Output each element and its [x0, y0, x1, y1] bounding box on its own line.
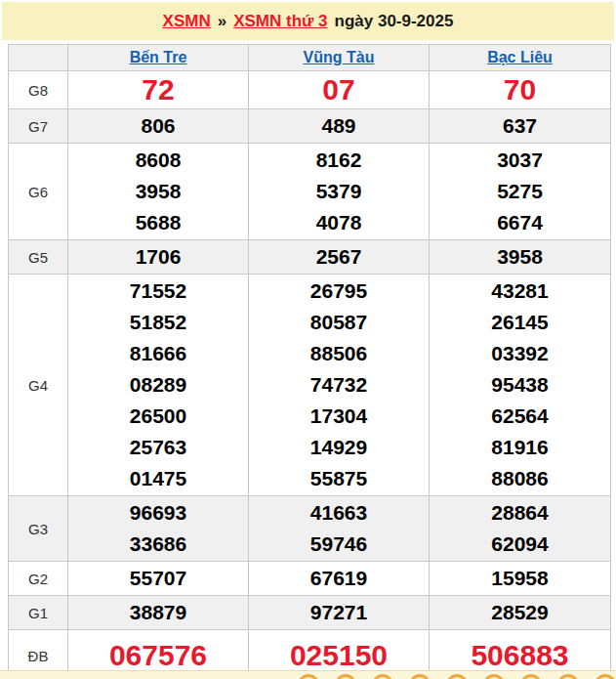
column-header-bac-lieu: Bạc Liêu	[430, 45, 611, 71]
result-number: 3037	[430, 145, 610, 176]
prize-row-G1: G1388799727128529	[9, 596, 611, 630]
result-number: 6674	[430, 207, 610, 238]
prize-label: G1	[9, 596, 68, 630]
result-number: 26145	[430, 307, 610, 338]
result-number: 80587	[249, 307, 429, 338]
prize-label: G2	[9, 562, 68, 596]
prize-label: G5	[9, 240, 68, 275]
result-number: 95438	[430, 369, 610, 401]
result-cell: 26795805878850674732173041492955875	[249, 275, 430, 496]
prize-row-G4: G471552518528166608289265002576301475267…	[9, 275, 611, 496]
prize-row-G7: G7806489637	[9, 109, 611, 144]
result-cell: 28529	[430, 596, 611, 630]
bottom-strip	[0, 670, 616, 679]
prize-row-G2: G2557076761915958	[9, 562, 611, 596]
column-header-ben-tre: Bến Tre	[68, 45, 249, 71]
result-cell: 38879	[68, 596, 249, 630]
result-number: 01475	[68, 463, 248, 494]
result-cell: 303752756674	[430, 144, 611, 240]
result-cell: 55707	[68, 562, 249, 596]
result-number: 81916	[430, 432, 610, 463]
result-cell: 806	[68, 109, 249, 144]
result-cell: 2567	[249, 240, 430, 275]
result-cell: 2886462094	[430, 496, 611, 562]
lottery-ball-icon	[595, 674, 616, 679]
xsmn-link[interactable]: XSMN	[163, 12, 211, 31]
prize-label: G8	[9, 71, 68, 109]
date-text: ngày 30-9-2025	[335, 12, 454, 31]
lottery-ball-icon	[557, 674, 579, 679]
xsmn-weekday-link[interactable]: XSMN thứ 3	[233, 12, 327, 31]
result-number: 15958	[430, 563, 610, 594]
result-number: 72	[68, 72, 248, 107]
result-number: 5379	[249, 176, 429, 207]
result-number: 71552	[68, 276, 248, 307]
results-table: Bến Tre Vũng Tàu Bạc Liêu G8720770G78064…	[8, 44, 611, 679]
corner-cell	[9, 45, 68, 71]
result-cell: 860839585688	[68, 144, 249, 240]
result-number: 70	[430, 72, 610, 107]
lottery-ball-icon	[520, 674, 542, 679]
result-cell: 637	[430, 109, 611, 144]
province-link-vung-tau[interactable]: Vũng Tàu	[304, 49, 375, 65]
result-number: 08289	[68, 369, 248, 401]
result-cell: 4166359746	[249, 496, 430, 562]
result-number: 8608	[68, 145, 248, 176]
province-link-bac-lieu[interactable]: Bạc Liêu	[487, 49, 553, 65]
result-cell: 71552518528166608289265002576301475	[68, 275, 249, 496]
prize-row-G6: G6860839585688816253794078303752756674	[9, 144, 611, 240]
result-number: 62564	[430, 401, 610, 432]
lottery-ball-icon	[409, 674, 431, 679]
result-number: 41663	[249, 497, 429, 529]
result-cell: 67619	[249, 562, 430, 596]
lottery-ball-icon	[335, 674, 356, 679]
result-cell: 72	[68, 71, 249, 109]
result-number: 43281	[430, 276, 610, 307]
result-cell: 1706	[68, 240, 249, 275]
result-number: 26795	[249, 276, 429, 307]
prize-label: G7	[9, 109, 68, 144]
lottery-ball-icon	[483, 674, 505, 679]
result-cell: 816253794078	[249, 144, 430, 240]
lottery-ball-icon	[372, 674, 393, 679]
result-number: 3958	[68, 176, 248, 207]
result-number: 26500	[68, 401, 248, 432]
result-number: 03392	[430, 338, 610, 369]
result-number: 97271	[249, 597, 429, 628]
result-number: 3958	[430, 241, 610, 273]
result-number: 59746	[249, 529, 429, 560]
breadcrumb-separator: »	[218, 12, 226, 31]
column-header-row: Bến Tre Vũng Tàu Bạc Liêu	[9, 45, 611, 71]
result-number: 14929	[249, 432, 429, 463]
result-number: 38879	[68, 597, 248, 628]
results-body: G8720770G7806489637G68608395856888162537…	[9, 71, 611, 679]
result-number: 88506	[249, 338, 429, 369]
result-number: 5275	[430, 176, 610, 207]
result-number: 17304	[249, 401, 429, 432]
result-number: 51852	[68, 307, 248, 338]
result-cell: 70	[430, 71, 611, 109]
result-cell: 9669333686	[68, 496, 249, 562]
result-number: 62094	[430, 529, 610, 560]
prize-row-G8: G8720770	[9, 71, 611, 109]
result-number: 55707	[68, 563, 248, 594]
result-number: 07	[249, 72, 429, 107]
result-number: 67619	[249, 563, 429, 594]
result-cell: 3958	[430, 240, 611, 275]
result-cell: 15958	[430, 562, 611, 596]
result-cell: 97271	[249, 596, 430, 630]
result-number: 2567	[249, 241, 429, 273]
result-number: 806	[68, 110, 248, 142]
prize-label: G3	[9, 496, 68, 562]
prize-label: G6	[9, 144, 68, 240]
prize-label: G4	[9, 275, 68, 496]
page: XSMN » XSMN thứ 3 ngày 30-9-2025 Bến Tre…	[0, 0, 616, 679]
result-number: 55875	[249, 463, 429, 494]
prize-row-G5: G5170625673958	[9, 240, 611, 275]
result-number: 88086	[430, 463, 610, 494]
result-cell: 07	[249, 71, 430, 109]
result-number: 489	[249, 110, 429, 142]
lottery-ball-icon	[446, 674, 468, 679]
lottery-ball-icon	[298, 674, 319, 679]
province-link-ben-tre[interactable]: Bến Tre	[130, 49, 187, 65]
